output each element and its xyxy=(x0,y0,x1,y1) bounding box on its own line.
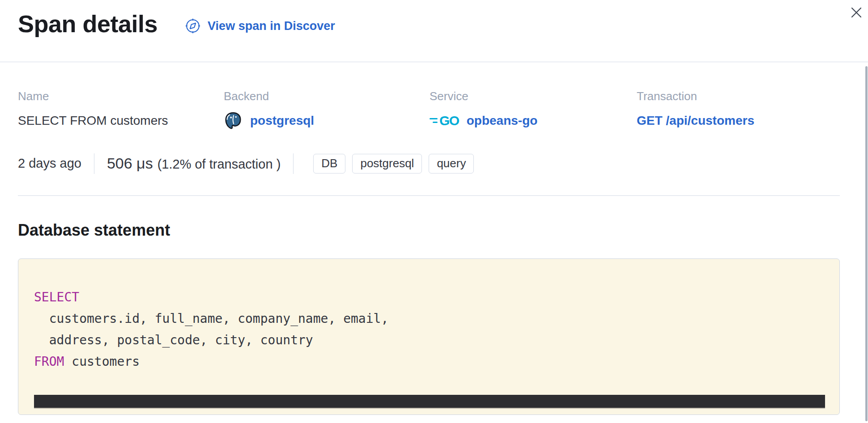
page-title: Span details xyxy=(18,11,157,37)
horizontal-scrollbar-thumb[interactable] xyxy=(34,395,825,408)
field-transaction: Transaction GET /api/customers xyxy=(637,90,850,131)
field-name-label: Name xyxy=(18,90,224,103)
field-transaction-label: Transaction xyxy=(637,90,850,103)
field-service-label: Service xyxy=(430,90,637,103)
vertical-divider xyxy=(293,153,294,174)
section-divider xyxy=(18,195,840,196)
span-summary-row: 2 days ago 506 μs (1.2% of transaction )… xyxy=(18,153,850,174)
transaction-link[interactable]: GET /api/customers xyxy=(637,114,754,128)
go-logo-text: GO xyxy=(439,114,459,127)
postgresql-icon xyxy=(224,111,243,130)
close-icon xyxy=(851,7,862,18)
span-timestamp: 2 days ago xyxy=(18,156,81,171)
vertical-divider xyxy=(94,153,94,174)
sql-keyword-select: SELECT xyxy=(34,290,79,305)
backend-link[interactable]: postgresql xyxy=(250,114,314,128)
discover-compass-icon xyxy=(185,18,200,34)
field-backend-label: Backend xyxy=(224,90,430,103)
badge-span-action: query xyxy=(429,154,474,173)
duration-value: 506 μs xyxy=(107,155,153,172)
sql-columns-line-1: customers.id, full_name, company_name, e… xyxy=(34,311,388,326)
sql-keyword-from: FROM xyxy=(34,354,64,369)
span-badges: DB postgresql query xyxy=(313,154,474,173)
field-backend: Backend postgresql xyxy=(224,90,430,131)
sql-code: SELECT customers.id, full_name, company_… xyxy=(34,287,824,372)
close-button[interactable] xyxy=(847,4,865,21)
service-link[interactable]: opbeans-go xyxy=(467,114,538,128)
sql-columns-line-2: address, postal_code, city, country xyxy=(34,333,313,347)
duration-percentage: (1.2% of transaction ) xyxy=(157,157,281,172)
field-service: Service GO opbeans-go xyxy=(430,90,637,131)
database-statement-heading: Database statement xyxy=(18,221,850,240)
span-details-flyout: Span details View span in Discover Name … xyxy=(0,0,868,415)
span-duration: 506 μs (1.2% of transaction ) xyxy=(107,155,281,172)
go-icon: GO xyxy=(430,114,459,127)
badge-span-type: DB xyxy=(313,154,345,173)
vertical-scrollbar-track[interactable] xyxy=(864,63,868,423)
field-name: Name SELECT FROM customers xyxy=(18,90,224,131)
view-span-in-discover-link[interactable]: View span in Discover xyxy=(185,18,335,34)
flyout-body: Name SELECT FROM customers Backend xyxy=(0,62,868,415)
flyout-header: Span details View span in Discover xyxy=(0,0,868,62)
span-name-value: SELECT FROM customers xyxy=(18,110,224,131)
vertical-scrollbar-thumb[interactable] xyxy=(865,66,868,421)
badge-span-subtype: postgresql xyxy=(352,154,422,173)
discover-link-label: View span in Discover xyxy=(208,19,335,33)
database-statement-code-block: SELECT customers.id, full_name, company_… xyxy=(18,258,840,415)
span-meta-row: Name SELECT FROM customers Backend xyxy=(0,62,868,131)
sql-table-name: customers xyxy=(72,354,140,369)
go-speed-lines xyxy=(430,118,438,123)
